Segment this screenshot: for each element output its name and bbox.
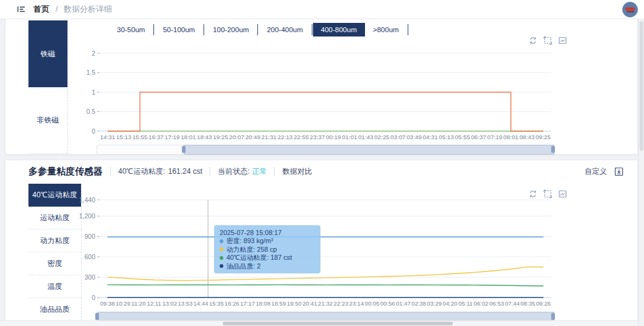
svg-text:21:32: 21:32: [318, 300, 333, 307]
svg-text:09:26: 09:26: [536, 300, 551, 307]
sidebar-item-非铁磁[interactable]: 非铁磁: [28, 87, 67, 154]
svg-text:03:29: 03:29: [427, 300, 442, 307]
sidebar-item-40℃运动粘度[interactable]: 40℃运动粘度: [28, 184, 81, 207]
svg-text:03:49: 03:49: [406, 134, 422, 140]
svg-text:1.5: 1.5: [86, 69, 95, 76]
svg-text:20:41: 20:41: [303, 300, 317, 307]
sidebar-item-油品品质[interactable]: 油品品质: [28, 298, 81, 321]
svg-text:22:55: 22:55: [294, 134, 309, 140]
tab-200-400um[interactable]: 200-400um: [259, 23, 311, 36]
svg-text:01:43: 01:43: [358, 134, 374, 140]
datazoom-right-handle[interactable]: [551, 313, 555, 320]
svg-text:00:19: 00:19: [326, 134, 341, 140]
particle-sidebar: 铁磁非铁磁: [28, 20, 68, 154]
sidebar-item-动力粘度[interactable]: 动力粘度: [28, 229, 81, 252]
vertical-scrollbar-thumb[interactable]: [640, 21, 643, 151]
svg-text:1: 1: [92, 88, 95, 96]
svg-text:05:11: 05:11: [458, 300, 473, 307]
sidebar-item-温度[interactable]: 温度: [28, 275, 81, 298]
series-dot-icon: [220, 247, 223, 251]
avatar-logo-icon: [625, 7, 635, 11]
tooltip-row: 动力粘度: 258 cp: [220, 246, 315, 254]
viscosity-chart[interactable]: 03006009001,2001,44009:3810:2911:2012:11…: [75, 186, 625, 310]
series-dot-icon: [220, 256, 223, 260]
svg-text:0: 0: [92, 127, 95, 135]
p1-tabs: 30-50um50-100um100-200um200-400um400-800…: [109, 23, 409, 36]
datazoom-left-handle[interactable]: [95, 313, 99, 320]
svg-text:13:53: 13:53: [178, 300, 193, 307]
series-dot-icon: [220, 239, 223, 243]
datazoom-right-handle[interactable]: [551, 146, 555, 153]
tab-separator: [312, 24, 312, 35]
tooltip-row: 40℃运动粘度: 187 cst: [220, 254, 315, 262]
user-avatar[interactable]: [622, 2, 638, 17]
metric-label: 40℃运动粘度:: [118, 166, 165, 177]
svg-text:06:02: 06:02: [474, 300, 489, 307]
svg-text:08:43: 08:43: [520, 134, 535, 140]
tab-separator: [204, 24, 204, 35]
svg-text:01:01: 01:01: [342, 134, 358, 140]
svg-text:08:35: 08:35: [520, 300, 535, 307]
svg-text:06:53: 06:53: [489, 300, 504, 307]
tooltip-row: 油品品质: 2: [220, 262, 315, 271]
svg-text:19:50: 19:50: [287, 300, 302, 307]
viscosity-sidebar: 40℃运动粘度运动粘度动力粘度密度温度油品品质: [28, 184, 82, 321]
svg-text:18:01: 18:01: [181, 134, 196, 140]
svg-text:0.5: 0.5: [86, 108, 95, 115]
tab->800um[interactable]: >800um: [365, 23, 407, 36]
svg-text:13:02: 13:02: [162, 300, 177, 307]
breadcrumb-root[interactable]: 首页: [33, 4, 49, 14]
viscosity-header: 多参量粘度传感器 40℃运动粘度: 161.24 cst 当前状态: 正常 数据…: [28, 160, 312, 182]
svg-text:22:13: 22:13: [278, 134, 293, 140]
svg-text:01:47: 01:47: [396, 300, 411, 307]
metric-value: 161.24 cst: [168, 167, 202, 176]
svg-text:19:25: 19:25: [213, 134, 228, 140]
datazoom-left-handle[interactable]: [182, 146, 186, 153]
svg-text:05:55: 05:55: [455, 134, 470, 140]
sidebar-item-运动粘度[interactable]: 运动粘度: [28, 207, 81, 229]
tab-separator: [153, 24, 154, 35]
tab-30-50um[interactable]: 30-50um: [109, 23, 153, 36]
svg-text:18:59: 18:59: [272, 300, 286, 307]
svg-text:2: 2: [92, 49, 95, 57]
svg-text:15:55: 15:55: [132, 134, 148, 140]
download-box-icon[interactable]: [614, 167, 624, 176]
svg-text:02:38: 02:38: [411, 300, 426, 307]
horizontal-scrollbar-thumb[interactable]: [223, 322, 453, 325]
svg-text:23:14: 23:14: [349, 300, 364, 307]
particle-chart[interactable]: 00.511.5214:3115:1315:5516:3717:1918:011…: [75, 44, 625, 144]
panel-title: 多参量粘度传感器: [28, 166, 103, 178]
tab-400-800um[interactable]: 400-800um: [313, 23, 365, 36]
svg-text:00:05: 00:05: [365, 300, 380, 307]
p1-datazoom-slider[interactable]: [97, 145, 554, 155]
svg-text:05:13: 05:13: [439, 134, 454, 140]
svg-text:20:07: 20:07: [229, 134, 244, 140]
tab-100-200um[interactable]: 100-200um: [205, 23, 257, 36]
sidebar-item-密度[interactable]: 密度: [28, 252, 81, 275]
sidebar-item-铁磁[interactable]: 铁磁: [28, 20, 67, 87]
viscosity-panel: 多参量粘度传感器 40℃运动粘度: 161.24 cst 当前状态: 正常 数据…: [5, 160, 638, 326]
svg-text:14:44: 14:44: [194, 300, 208, 307]
svg-text:0: 0: [92, 294, 95, 301]
svg-text:17:19: 17:19: [165, 134, 180, 140]
svg-text:12:11: 12:11: [147, 300, 161, 307]
horizontal-scrollbar[interactable]: [0, 320, 638, 326]
data-compare-link[interactable]: 数据对比: [282, 166, 312, 177]
tab-50-100um[interactable]: 50-100um: [155, 23, 203, 36]
breadcrumb: 首页 / 数据分析详细: [33, 4, 112, 15]
custom-button[interactable]: 自定义: [585, 166, 607, 177]
datazoom-window[interactable]: [184, 145, 554, 155]
svg-text:03:07: 03:07: [390, 134, 406, 140]
menu-fold-icon[interactable]: [16, 4, 26, 14]
svg-text:16:26: 16:26: [225, 300, 239, 307]
svg-text:18:43: 18:43: [197, 134, 212, 140]
series-dot-icon: [220, 264, 223, 268]
svg-text:04:20: 04:20: [443, 300, 458, 307]
p2-header-right: 自定义: [585, 160, 624, 182]
svg-text:09:38: 09:38: [100, 300, 115, 307]
svg-text:11:20: 11:20: [131, 300, 145, 307]
vertical-scrollbar[interactable]: [638, 19, 644, 326]
svg-text:23:37: 23:37: [310, 134, 325, 140]
svg-text:06:37: 06:37: [471, 134, 486, 140]
svg-text:900: 900: [84, 233, 95, 240]
